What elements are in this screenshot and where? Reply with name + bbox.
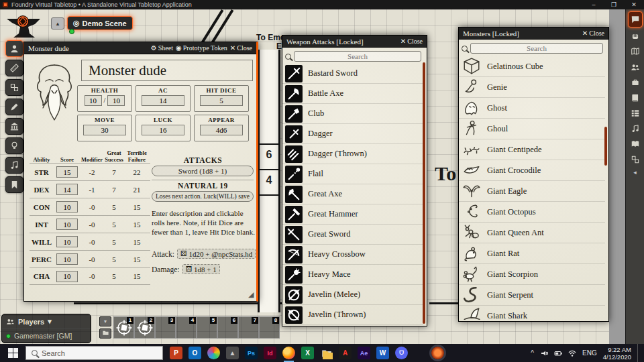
powerpoint-icon[interactable]: P <box>170 347 182 359</box>
close-window-button[interactable]: ✕ <box>624 0 644 9</box>
natural19-input[interactable] <box>152 191 254 202</box>
tool-token-controls[interactable] <box>5 40 23 57</box>
excel-icon[interactable]: X <box>301 347 314 359</box>
sheet-config-button[interactable]: ⚙Sheet <box>151 44 173 52</box>
players-header[interactable]: Players ▾ <box>2 314 91 329</box>
show-desktop-button[interactable] <box>637 344 640 362</box>
tab-settings[interactable] <box>628 153 643 166</box>
actor-portrait[interactable] <box>31 61 78 125</box>
language-indicator[interactable]: ENG <box>582 349 597 357</box>
list-item[interactable]: Giant Octopus <box>459 202 605 223</box>
resize-handle-icon[interactable]: ◢ <box>248 290 254 299</box>
tab-combat[interactable] <box>628 29 643 43</box>
perc-score-input[interactable] <box>56 253 78 265</box>
macro-slot-4[interactable]: 4 <box>176 316 197 339</box>
health-value-input[interactable] <box>85 95 102 106</box>
list-item[interactable]: Giant Crocodile <box>459 160 605 181</box>
photoshop-icon[interactable]: Ps <box>245 347 258 359</box>
macro-slot-7[interactable]: 7 <box>238 316 259 339</box>
tab-scenes[interactable] <box>628 45 643 58</box>
krita-icon[interactable] <box>207 347 220 359</box>
list-item[interactable]: Genie <box>459 77 605 98</box>
list-item[interactable]: Giant Rat <box>459 243 605 264</box>
list-item[interactable]: Javelin (Thrown) <box>282 305 423 325</box>
dex-score-input[interactable] <box>56 184 78 195</box>
weapon-attacks-header[interactable]: Weapon Attacks [Locked] ✕Close <box>282 36 427 48</box>
macro-slot-1[interactable]: 1 <box>113 316 134 339</box>
outlook-icon[interactable]: O <box>189 347 201 359</box>
list-item[interactable]: Dagger <box>282 124 423 144</box>
close-monsters-button[interactable]: ✕Close <box>582 29 604 37</box>
list-item[interactable]: Giant Serpent <box>459 285 605 306</box>
health-max-input[interactable] <box>107 95 125 106</box>
indesign-icon[interactable]: Id <box>264 347 276 359</box>
list-item[interactable]: Giant Eagle <box>459 181 605 202</box>
macro-slot-6[interactable]: 6 <box>217 316 238 339</box>
tab-tables[interactable] <box>628 107 643 120</box>
prototype-token-button[interactable]: ◉Prototype Token <box>176 44 227 52</box>
macro-slot-3[interactable]: 3 <box>155 316 176 339</box>
tool-tiles[interactable] <box>5 79 23 96</box>
str-score-input[interactable] <box>56 166 78 178</box>
tab-chat[interactable] <box>628 11 643 27</box>
list-item[interactable]: Battle Axe <box>282 84 423 104</box>
scene-nav-item[interactable]: ◎ Demo Scene <box>67 16 133 30</box>
start-button[interactable] <box>0 344 25 362</box>
list-item[interactable]: Heavy Crossbow <box>282 245 423 265</box>
list-item[interactable]: Giant Centipede <box>459 139 605 160</box>
volume-muted-icon[interactable] <box>540 349 548 357</box>
list-item[interactable]: Dagger (Thrown) <box>282 144 423 164</box>
attack-inline-roll[interactable]: ⚄ 1d20 + @npcStats.hd <box>177 249 256 259</box>
character-sheet-header[interactable]: Monster dude ⚙Sheet ◉Prototype Token ✕Cl… <box>24 42 256 54</box>
list-item[interactable]: Great Hammer <box>282 204 423 225</box>
macro-slot-2[interactable]: 2 <box>134 316 155 339</box>
tab-actors[interactable] <box>628 60 643 74</box>
tool-sounds[interactable] <box>5 157 23 174</box>
utility-app-icon[interactable]: ▲ <box>226 347 239 359</box>
tool-walls[interactable] <box>5 118 23 135</box>
list-item[interactable]: Bastard Sword <box>282 64 423 84</box>
tray-expand-icon[interactable]: ^ <box>531 349 534 357</box>
monsters-header[interactable]: Monsters [Locked] ✕Close <box>459 27 608 40</box>
macro-slot-8[interactable]: 8 <box>259 316 280 339</box>
tab-compendium[interactable] <box>628 137 643 151</box>
list-item[interactable]: Ghost <box>459 98 605 119</box>
player-gamemaster[interactable]: Gamemaster [GM] <box>2 329 91 343</box>
battery-icon[interactable] <box>554 349 562 357</box>
discord-icon[interactable]: ᗜ <box>395 347 408 359</box>
aftereffects-icon[interactable]: Ae <box>358 347 370 359</box>
tab-journal[interactable] <box>628 91 643 105</box>
minimize-button[interactable]: – <box>584 0 604 9</box>
macro-slot-5[interactable]: 5 <box>197 316 217 339</box>
scrollbar-thumb[interactable] <box>604 127 607 166</box>
list-item[interactable]: Javelin (Melee) <box>282 285 423 305</box>
actor-name-input[interactable] <box>81 60 253 81</box>
list-item[interactable]: Giant Scorpion <box>459 264 605 285</box>
taskbar-clock[interactable]: 9:22 AM 4/12/2020 <box>603 346 631 361</box>
macro-folder-button[interactable] <box>99 328 111 339</box>
acrobat-icon[interactable]: A <box>339 347 352 359</box>
list-item[interactable]: Gelatinous Cube <box>459 56 605 77</box>
move-input[interactable] <box>83 125 126 135</box>
scrollbar-thumb[interactable] <box>423 62 425 324</box>
tool-drawings-pencil[interactable] <box>5 99 23 115</box>
firefox-icon[interactable] <box>282 347 295 359</box>
will-score-input[interactable] <box>56 236 78 247</box>
hotbar-page-button[interactable]: ▾ <box>99 316 111 326</box>
con-score-input[interactable] <box>56 201 78 213</box>
cha-score-input[interactable] <box>56 271 78 282</box>
network-icon[interactable] <box>568 349 576 357</box>
weapon-search-input[interactable] <box>294 51 421 62</box>
sidebar-collapse-icon[interactable]: ◂ <box>626 169 644 176</box>
monster-search-input[interactable] <box>470 43 603 54</box>
list-item[interactable]: Giant Shark <box>459 306 605 321</box>
tool-lighting[interactable] <box>5 137 23 154</box>
luck-input[interactable] <box>142 125 184 135</box>
close-weapons-button[interactable]: ✕Close <box>400 38 423 45</box>
file-explorer-icon[interactable] <box>320 347 333 359</box>
list-item[interactable]: Flail <box>282 164 423 184</box>
word-icon[interactable]: W <box>376 347 389 359</box>
list-item[interactable]: Heavy Mace <box>282 265 423 285</box>
list-item[interactable]: Great Sword <box>282 225 423 245</box>
attack-name-input[interactable] <box>152 166 254 176</box>
